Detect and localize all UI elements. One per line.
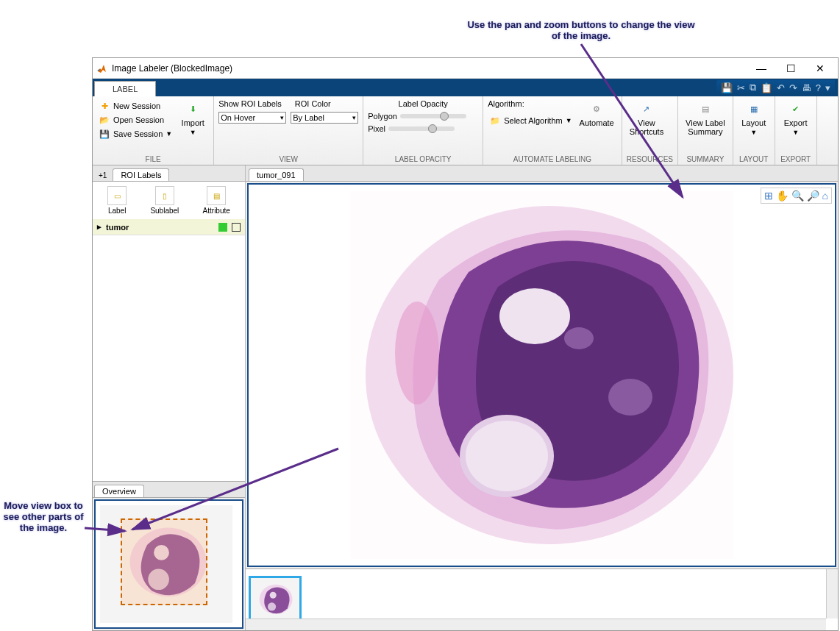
- home-icon[interactable]: ⌂: [822, 190, 828, 202]
- tab-label[interactable]: LABEL: [94, 81, 156, 96]
- pan-icon[interactable]: ✋: [776, 190, 789, 202]
- roi-color-label: ROI Color: [295, 99, 331, 108]
- check-icon: ✔: [788, 101, 804, 117]
- sublabel-tool[interactable]: ▯Sublabel: [150, 186, 179, 215]
- left-panel: +1 ROI Labels ▭Label ▯Sublabel ▤Attribut…: [93, 165, 246, 630]
- filmstrip-scroll-vertical[interactable]: [826, 569, 838, 618]
- roi-tools: ▭Label ▯Sublabel ▤Attribute: [93, 182, 245, 219]
- arrow-top: [338, 37, 691, 206]
- filmstrip-thumb[interactable]: [249, 576, 302, 624]
- ribbon-group-export: ✔Export▼ EXPORT: [775, 96, 817, 165]
- paste-icon[interactable]: 📋: [761, 82, 772, 93]
- new-session-button[interactable]: ✚New Session: [97, 99, 174, 113]
- filmstrip-scroll-horizontal[interactable]: [246, 618, 826, 630]
- ribbon-label-layout: LAYOUT: [738, 154, 770, 165]
- close-button[interactable]: ✕: [805, 60, 835, 77]
- svg-point-8: [499, 288, 570, 344]
- workspace: +1 ROI Labels ▭Label ▯Sublabel ▤Attribut…: [93, 165, 838, 630]
- copy-icon[interactable]: ⧉: [750, 82, 756, 93]
- matlab-icon: [96, 63, 107, 74]
- svg-line-2: [85, 528, 125, 531]
- disk-icon: 💾: [99, 128, 110, 140]
- svg-point-11: [564, 327, 594, 349]
- roi-panel-tabs: +1 ROI Labels: [93, 165, 245, 182]
- annotation-top: Use the pan and zoom buttons to change t…: [463, 19, 699, 41]
- layout-icon: ▦: [746, 101, 762, 117]
- minimize-button[interactable]: —: [747, 60, 776, 77]
- label-name: tumor: [106, 223, 129, 232]
- folder-icon: 📂: [99, 114, 110, 126]
- open-session-button[interactable]: 📂Open Session: [97, 113, 174, 126]
- svg-point-12: [608, 379, 652, 416]
- expand-icon: ▸: [97, 222, 102, 232]
- zoom-out-icon[interactable]: 🔎: [807, 190, 819, 202]
- svg-point-16: [268, 602, 276, 610]
- ribbon-label-export: EXPORT: [780, 154, 812, 165]
- svg-line-1: [132, 449, 338, 530]
- ribbon-group-file: ✚New Session 📂Open Session 💾Save Session…: [93, 96, 214, 165]
- svg-point-13: [395, 302, 439, 404]
- rect-label-icon: ▭: [107, 186, 127, 205]
- print-icon[interactable]: 🖶: [802, 82, 811, 93]
- show-roi-combo[interactable]: On Hover: [218, 112, 286, 124]
- table-icon: ▤: [697, 101, 713, 117]
- ribbon-label-view: VIEW: [218, 154, 358, 165]
- grid-icon[interactable]: ⊞: [764, 190, 773, 202]
- show-roi-label: Show ROI Labels: [218, 99, 282, 108]
- redo-icon[interactable]: ↷: [789, 82, 797, 93]
- attribute-icon: ▤: [207, 186, 226, 205]
- import-button[interactable]: ⬇Import▼: [177, 99, 209, 138]
- svg-line-0: [581, 44, 683, 197]
- tissue-image: [351, 191, 733, 559]
- main-area: tumor_091 ⊞ ✋: [246, 165, 838, 630]
- tab-roi-labels[interactable]: ROI Labels: [113, 168, 169, 181]
- cut-icon[interactable]: ✂: [737, 82, 745, 93]
- pin-button[interactable]: +1: [94, 170, 111, 181]
- save-icon[interactable]: 💾: [721, 82, 733, 93]
- label-shape-swatch: [232, 223, 241, 232]
- rect-sublabel-icon: ▯: [155, 186, 174, 205]
- tissue-thumb-small-icon: [253, 580, 297, 621]
- zoom-in-icon[interactable]: 🔍: [791, 190, 804, 202]
- undo-icon[interactable]: ↶: [777, 82, 785, 93]
- plus-icon: ✚: [99, 100, 110, 112]
- maximize-button[interactable]: ☐: [776, 60, 805, 77]
- label-color-swatch: [218, 223, 227, 232]
- quick-access-toolbar: 💾 ✂ ⧉ 📋 ↶ ↷ 🖶 ? ▾: [716, 80, 835, 95]
- options-icon[interactable]: ▾: [825, 82, 830, 93]
- svg-point-10: [466, 421, 548, 491]
- export-button[interactable]: ✔Export▼: [780, 99, 812, 138]
- annotation-left: Move view box to see other parts of the …: [3, 500, 84, 533]
- label-row-tumor[interactable]: ▸ tumor: [93, 219, 245, 235]
- ribbon-group-layout: ▦Layout▼ LAYOUT: [733, 96, 775, 165]
- layout-button[interactable]: ▦Layout▼: [738, 99, 770, 138]
- save-session-button[interactable]: 💾Save Session ▼: [97, 127, 174, 140]
- tab-document[interactable]: tumor_091: [249, 168, 304, 181]
- import-icon: ⬇: [185, 101, 201, 117]
- ribbon-label-file: FILE: [97, 154, 209, 165]
- svg-point-15: [270, 591, 277, 598]
- filmstrip: [246, 568, 838, 630]
- window-controls: — ☐ ✕: [747, 60, 835, 77]
- label-tool[interactable]: ▭Label: [107, 186, 127, 215]
- arrow-left: [74, 441, 353, 552]
- attribute-tool[interactable]: ▤Attribute: [203, 186, 230, 215]
- view-toolbar: ⊞ ✋ 🔍 🔎 ⌂: [761, 188, 832, 204]
- help-icon[interactable]: ?: [816, 82, 821, 93]
